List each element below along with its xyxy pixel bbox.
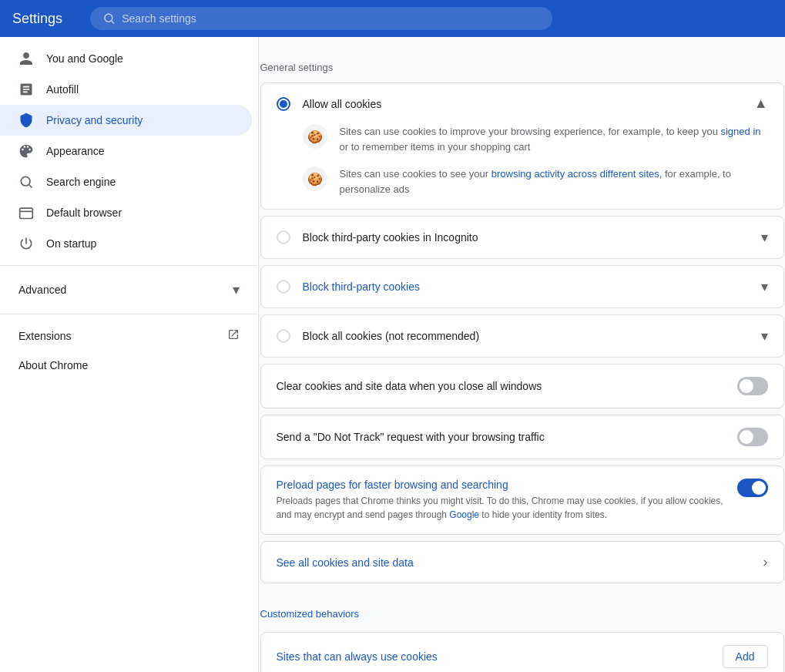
customized-behaviors-title: Customized behaviors <box>260 602 784 632</box>
radio-allow-all[interactable] <box>277 97 290 111</box>
cookie-icon-2: 🍪 <box>303 166 327 191</box>
palette-icon <box>18 143 34 159</box>
general-settings-title: General settings <box>260 55 784 82</box>
sites-always-row: Sites that can always use cookies Add 🌐 … <box>260 632 784 672</box>
sidebar-item-autofill[interactable]: Autofill <box>0 74 252 105</box>
sidebar-advanced[interactable]: Advanced ▾ <box>0 272 258 307</box>
search-engine-icon <box>18 174 34 190</box>
chevron-down-block-all: ▾ <box>761 328 768 344</box>
power-icon <box>18 236 34 251</box>
cookie-detail-text-2: Sites can use cookies to see your browsi… <box>340 166 768 197</box>
sidebar-advanced-label: Advanced <box>18 284 226 296</box>
cookie-option-allow-all: Allow all cookies ▲ 🍪 Sites can use cook… <box>260 82 784 210</box>
sidebar: You and Google Autofill Privacy and secu… <box>0 37 259 672</box>
cookie-option-header-allow-all[interactable]: Allow all cookies ▲ <box>261 83 783 124</box>
sidebar-label-privacy: Privacy and security <box>46 114 233 126</box>
sidebar-label-search-engine: Search engine <box>46 176 233 188</box>
sidebar-item-search-engine[interactable]: Search engine <box>0 166 252 197</box>
preload-row: Preload pages for faster browsing and se… <box>260 465 784 535</box>
cookie-block-incognito-label: Block third-party cookies in Incognito <box>303 231 749 244</box>
sidebar-item-appearance[interactable]: Appearance <box>0 136 252 166</box>
chevron-down-block-incognito: ▾ <box>761 229 768 246</box>
sidebar-label-autofill: Autofill <box>46 83 233 96</box>
preload-description: Preloads pages that Chrome thinks you mi… <box>277 494 725 522</box>
main-layout: You and Google Autofill Privacy and secu… <box>0 37 785 672</box>
arrow-right-icon: › <box>763 554 768 570</box>
sidebar-divider-2 <box>0 314 258 314</box>
toggle-do-not-track[interactable] <box>737 428 768 446</box>
sidebar-item-you-and-google[interactable]: You and Google <box>0 43 252 74</box>
svg-rect-4 <box>20 208 33 218</box>
cookie-detail-text-1: Sites can use cookies to improve your br… <box>340 124 768 154</box>
chevron-up-allow-all: ▲ <box>754 96 768 112</box>
do-not-track-label: Send a "Do Not Track" request with your … <box>277 431 725 443</box>
sites-always-label: Sites that can always use cookies <box>277 650 723 663</box>
shield-icon <box>18 113 34 128</box>
toggle-row-do-not-track[interactable]: Send a "Do Not Track" request with your … <box>260 415 784 459</box>
cookie-detail-allow-all: 🍪 Sites can use cookies to improve your … <box>261 124 783 209</box>
app-title: Settings <box>12 11 62 27</box>
see-all-cookies-label: See all cookies and site data <box>277 556 751 569</box>
cookie-option-block-incognito: Block third-party cookies in Incognito ▾ <box>260 216 784 259</box>
chevron-down-block-third-party: ▾ <box>761 278 768 295</box>
radio-block-third-party[interactable] <box>277 280 290 294</box>
cookie-allow-all-label: Allow all cookies <box>303 98 742 110</box>
toggle-clear-cookies[interactable] <box>737 377 768 395</box>
cookie-option-header-block-incognito[interactable]: Block third-party cookies in Incognito ▾ <box>261 217 783 258</box>
radio-block-all[interactable] <box>277 329 290 343</box>
search-input[interactable] <box>122 12 540 25</box>
see-all-cookies-row[interactable]: See all cookies and site data › <box>260 541 784 583</box>
sidebar-label-default-browser: Default browser <box>46 207 233 219</box>
radio-block-incognito[interactable] <box>277 230 290 244</box>
content-area: General settings Allow all cookies ▲ 🍪 S… <box>260 37 784 672</box>
sidebar-divider <box>0 265 258 266</box>
cookie-icon-1: 🍪 <box>303 124 327 149</box>
main-content: General settings Allow all cookies ▲ 🍪 S… <box>259 37 785 672</box>
app-header: Settings <box>0 0 785 37</box>
preload-content: Preload pages for faster browsing and se… <box>277 479 725 522</box>
sidebar-item-privacy-and-security[interactable]: Privacy and security <box>0 105 252 136</box>
preload-title: Preload pages for faster browsing and se… <box>277 479 725 491</box>
sidebar-label-on-startup: On startup <box>46 237 233 250</box>
sidebar-extensions[interactable]: Extensions <box>0 321 258 351</box>
external-link-icon <box>227 328 240 344</box>
clear-cookies-label: Clear cookies and site data when you clo… <box>277 380 725 392</box>
sidebar-item-on-startup[interactable]: On startup <box>0 228 252 259</box>
sites-always-header: Sites that can always use cookies Add <box>277 645 768 668</box>
sidebar-about-chrome-label: About Chrome <box>18 359 233 371</box>
cookie-block-all-label: Block all cookies (not recommended) <box>303 330 749 342</box>
sidebar-extensions-label: Extensions <box>18 330 215 342</box>
cookie-option-block-all: Block all cookies (not recommended) ▾ <box>260 314 784 358</box>
svg-point-0 <box>105 14 112 22</box>
cookie-option-header-block-third-party[interactable]: Block third-party cookies ▾ <box>261 266 783 307</box>
svg-line-3 <box>29 185 32 188</box>
cookie-block-third-party-label: Block third-party cookies <box>303 281 749 293</box>
chevron-down-icon: ▾ <box>233 281 240 298</box>
toggle-preload[interactable] <box>737 479 768 497</box>
search-bar[interactable] <box>90 7 552 30</box>
sidebar-label-appearance: Appearance <box>46 145 233 157</box>
person-icon <box>18 51 34 66</box>
search-icon <box>102 12 116 25</box>
sidebar-item-default-browser[interactable]: Default browser <box>0 197 252 228</box>
svg-point-2 <box>21 176 30 186</box>
cookie-detail-row-2: 🍪 Sites can use cookies to see your brow… <box>303 166 768 197</box>
svg-line-1 <box>112 21 114 23</box>
browser-icon <box>18 205 34 220</box>
article-icon <box>18 82 34 97</box>
cookie-option-header-block-all[interactable]: Block all cookies (not recommended) ▾ <box>261 315 783 357</box>
sidebar-about-chrome[interactable]: About Chrome <box>0 351 252 379</box>
cookie-option-block-third-party: Block third-party cookies ▾ <box>260 265 784 308</box>
add-site-button[interactable]: Add <box>723 645 768 668</box>
toggle-row-clear-cookies[interactable]: Clear cookies and site data when you clo… <box>260 364 784 408</box>
cookie-detail-row-1: 🍪 Sites can use cookies to improve your … <box>303 124 768 154</box>
sidebar-label-you-and-google: You and Google <box>46 52 233 65</box>
